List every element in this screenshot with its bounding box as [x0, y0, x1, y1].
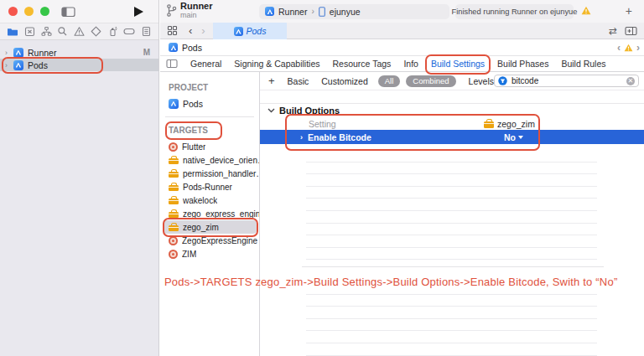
tab-build-rules[interactable]: Build Rules — [561, 59, 605, 69]
debug-navigator-icon[interactable] — [107, 26, 118, 37]
activity-status: Finished running Runner on ejunyue — [455, 4, 574, 19]
go-back-button[interactable]: ‹ — [189, 25, 192, 36]
run-button[interactable] — [134, 7, 143, 17]
issue-navigator-icon[interactable] — [74, 26, 85, 37]
column-target[interactable]: zego_zim — [484, 119, 535, 129]
toolbox-icon — [169, 212, 179, 219]
target-label: Flutter — [182, 142, 205, 152]
editor-tab-bar: ‹ › Pods ⇄ — [160, 23, 644, 39]
scheme-selector[interactable]: Runner › ejunyue — [259, 4, 449, 19]
search-input[interactable]: bitcode — [512, 76, 626, 85]
go-forward-button[interactable]: › — [201, 25, 205, 36]
find-navigator-icon[interactable] — [57, 26, 68, 37]
project-navigator-icon[interactable] — [7, 26, 18, 37]
tab-pods[interactable]: Pods — [213, 23, 287, 39]
tab-resource-tags[interactable]: Resource Tags — [333, 59, 392, 69]
clear-search-icon[interactable]: ✕ — [626, 77, 635, 85]
build-options-section-header[interactable]: Build Options — [260, 103, 644, 117]
tab-build-settings[interactable]: Build Settings — [431, 59, 485, 69]
project-navigator-list: › Runner M › Pods — [0, 40, 158, 71]
tab-general[interactable]: General — [190, 59, 221, 69]
iphone-device-icon — [319, 7, 325, 17]
warning-icon[interactable] — [581, 6, 591, 15]
hide-project-list-icon[interactable] — [166, 59, 178, 69]
chevron-down-icon[interactable] — [267, 108, 275, 113]
scheme-target-label[interactable]: Runner — [278, 7, 307, 17]
filter-all[interactable]: All — [378, 75, 401, 87]
test-navigator-icon[interactable] — [91, 26, 101, 37]
search-filter-icon[interactable] — [498, 76, 507, 85]
scheme-separator: › — [311, 7, 314, 16]
target-row-flutter[interactable]: Flutter — [160, 140, 259, 153]
next-issue-button[interactable]: › — [636, 42, 640, 54]
navigator-row-runner[interactable]: › Runner M — [0, 46, 158, 59]
target-label: zego_express_engine — [183, 209, 259, 219]
target-row-pods-runner[interactable]: Pods-Runner — [160, 180, 259, 193]
add-editor-icon[interactable] — [625, 26, 637, 36]
target-row-zim[interactable]: ZIM — [160, 247, 259, 261]
target-row-zego-express-engine[interactable]: zego_express_engine — [160, 207, 259, 220]
target-label: ZegoExpressEngine — [182, 236, 257, 245]
target-label: native_device_orien… — [183, 156, 259, 165]
tab-label: Pods — [247, 26, 267, 36]
navigator-tab-strip — [0, 23, 158, 40]
git-branch-icon — [166, 3, 177, 18]
navigator-panel: › Runner M › Pods — [0, 0, 159, 356]
close-window-button[interactable] — [8, 7, 18, 16]
disclosure-chevron-icon[interactable]: › — [5, 49, 13, 57]
filter-customized[interactable]: Customized — [321, 76, 367, 86]
tab-overview-icon[interactable] — [167, 25, 178, 36]
scheme-app-icon — [265, 7, 274, 16]
add-setting-button[interactable]: + — [268, 75, 275, 87]
build-settings-editor: + Basic Customized All Combined Levels b… — [260, 72, 644, 356]
filter-basic[interactable]: Basic — [288, 76, 309, 86]
settings-column-header: Setting zego_zim — [260, 117, 644, 130]
breadcrumb[interactable]: Pods — [182, 43, 202, 53]
target-row-permission-handler[interactable]: permission_handler… — [160, 167, 259, 180]
symbol-navigator-icon[interactable] — [41, 26, 52, 37]
disclosure-chevron-icon[interactable]: › — [5, 61, 13, 70]
filter-levels[interactable]: Levels — [469, 76, 494, 86]
adjust-editor-options-icon[interactable]: ⇄ — [609, 25, 617, 37]
settings-tab-strip: General Signing & Capabilities Resource … — [160, 56, 644, 72]
target-row-zego-zim[interactable]: zego_zim — [163, 220, 257, 234]
source-control-status-badge: M — [143, 48, 150, 57]
branch-indicator[interactable]: Runner main — [166, 2, 213, 19]
setting-row-enable-bitcode[interactable]: › Enable Bitcode No — [260, 130, 644, 144]
jump-bar: Pods ‹ › — [160, 39, 644, 56]
framework-icon — [169, 236, 178, 245]
navigator-titlebar — [0, 0, 158, 23]
toolbox-icon — [169, 158, 179, 165]
tab-info[interactable]: Info — [403, 59, 418, 69]
disclosure-chevron-icon[interactable]: › — [300, 133, 303, 142]
target-label: Pods-Runner — [183, 183, 232, 192]
column-setting-label: Setting — [309, 119, 336, 129]
target-row-zegoexpressengine[interactable]: ZegoExpressEngine — [160, 234, 259, 247]
previous-issue-button[interactable]: ‹ — [617, 42, 621, 54]
toggle-navigator-icon[interactable] — [61, 6, 75, 18]
minimize-window-button[interactable] — [24, 7, 34, 16]
navigator-row-pods[interactable]: › Pods — [0, 59, 158, 71]
scheme-device-label[interactable]: ejunyue — [330, 7, 361, 17]
setting-name: Enable Bitcode — [308, 132, 371, 142]
target-label: wakelock — [183, 196, 217, 205]
setting-value: No — [504, 132, 516, 142]
divider — [165, 116, 254, 117]
project-row-label: Pods — [183, 99, 203, 109]
target-row-wakelock[interactable]: wakelock — [160, 193, 259, 207]
breakpoint-navigator-icon[interactable] — [123, 26, 135, 37]
report-navigator-icon[interactable] — [141, 26, 152, 37]
warning-icon[interactable] — [624, 44, 633, 52]
project-row-pods[interactable]: Pods — [160, 97, 259, 110]
add-button[interactable]: + — [626, 4, 632, 18]
tab-build-phases[interactable]: Build Phases — [497, 59, 548, 69]
navigator-row-label: Pods — [28, 60, 48, 70]
source-control-navigator-icon[interactable] — [24, 26, 35, 37]
setting-value-popup[interactable]: No — [504, 132, 523, 142]
filter-combined[interactable]: Combined — [406, 75, 455, 87]
tab-signing-capabilities[interactable]: Signing & Capabilities — [234, 59, 319, 69]
search-field[interactable]: bitcode ✕ — [494, 75, 639, 87]
target-row-native-device-orientation[interactable]: native_device_orien… — [160, 153, 259, 167]
zoom-window-button[interactable] — [40, 7, 49, 16]
xcode-window: › Runner M › Pods Runner main — [0, 0, 644, 356]
